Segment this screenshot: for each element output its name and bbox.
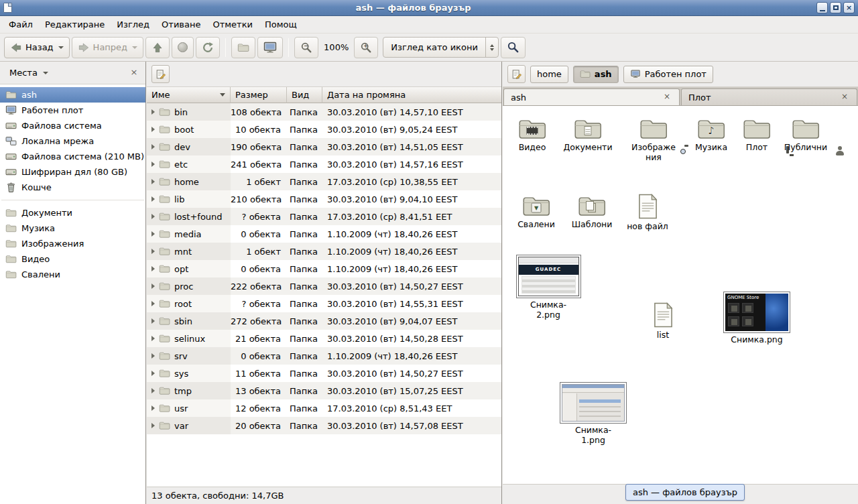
back-button[interactable]: Назад [4, 37, 70, 58]
expander-icon[interactable] [151, 353, 155, 359]
sidebar-item-video[interactable]: Видео [0, 251, 145, 267]
table-row[interactable]: opt0 обектаПапка1.10.2009 (чт) 18,40,26 … [147, 260, 501, 277]
expander-icon[interactable] [151, 231, 155, 237]
zoom-out-button[interactable]: − [294, 37, 318, 58]
column-header-name[interactable]: Име [147, 87, 231, 103]
menu-file[interactable]: Файл [3, 16, 39, 34]
table-row[interactable]: srv0 обектаПапка1.10.2009 (чт) 18,40,26 … [147, 347, 501, 365]
sidebar-item-encrypted-80gb[interactable]: Шифриран дял (80 GB) [0, 164, 145, 180]
sidebar-item-downloads[interactable]: Свалени [0, 267, 145, 282]
table-row[interactable]: bin108 обектаПапка30.03.2010 (вт) 14,57,… [147, 103, 501, 121]
expander-icon[interactable] [151, 371, 155, 376]
column-header-size[interactable]: Размер [231, 87, 287, 103]
expander-icon[interactable] [151, 196, 155, 202]
icon-item-new-file[interactable]: нов файл [619, 193, 676, 232]
icon-item-documents[interactable]: Документи [559, 117, 617, 153]
menu-bookmarks[interactable]: Отметки [206, 16, 258, 34]
expander-icon[interactable] [151, 284, 155, 289]
expander-icon[interactable] [151, 405, 155, 411]
table-row[interactable]: usr12 обектаПапка17.03.2010 (ср) 8,51,43… [147, 399, 501, 417]
computer-button[interactable] [257, 37, 283, 58]
expander-icon[interactable] [151, 388, 155, 393]
window-titlebar[interactable]: ash — файлов браузър × [0, 0, 858, 16]
expander-icon[interactable] [151, 318, 155, 324]
icon-item-snimka1[interactable]: Снимка-1.png [560, 382, 627, 446]
close-button[interactable]: × [843, 2, 855, 13]
sidebar-close-button[interactable]: × [128, 67, 140, 79]
expander-icon[interactable] [151, 301, 155, 306]
sidebar-item-documents[interactable]: Документи [0, 205, 145, 220]
icon-item-downloads[interactable]: ▼ Свалени [507, 194, 565, 230]
table-row[interactable]: mnt1 обектПапка1.10.2009 (чт) 18,40,26 E… [147, 243, 501, 260]
icon-item-templates[interactable]: Шаблони [563, 194, 621, 230]
expander-icon[interactable] [151, 179, 155, 184]
sidebar-item-filesystem[interactable]: Файлова система [0, 118, 145, 133]
tab-ash[interactable]: ash × [503, 88, 680, 105]
sidebar-item-trash[interactable]: Кошче [0, 180, 145, 195]
zoom-in-button[interactable]: + [354, 37, 378, 58]
table-row[interactable]: lost+found? обектаПапка17.03.2010 (ср) 8… [147, 208, 501, 225]
expander-icon[interactable] [151, 144, 155, 149]
table-row[interactable]: proc222 обектаПапка30.03.2010 (вт) 14,50… [147, 277, 501, 295]
icon-item-pictures[interactable]: Изображения [625, 117, 682, 163]
table-row[interactable]: selinux21 обектаПапка30.03.2010 (вт) 14,… [147, 330, 501, 347]
expander-icon[interactable] [151, 266, 155, 271]
expander-icon[interactable] [151, 336, 155, 341]
icon-item-public[interactable]: Публични [777, 117, 835, 153]
taskbar-window-button[interactable]: ash — файлов браузър [625, 484, 745, 501]
expander-icon[interactable] [151, 162, 155, 167]
tab-close-icon[interactable]: × [839, 92, 850, 103]
table-row[interactable]: media0 обектаПапка1.10.2009 (чт) 18,40,2… [147, 225, 501, 243]
icon-item-snimka2[interactable]: GUADEC Снимка-2.png [515, 255, 582, 320]
stop-button[interactable] [172, 37, 194, 58]
maximize-button[interactable] [830, 2, 841, 13]
sidebar-item-music[interactable]: Музика [0, 220, 145, 236]
menu-edit[interactable]: Редактиране [39, 16, 111, 34]
icon-item-list[interactable]: list [634, 302, 692, 340]
column-header-type[interactable]: Вид [287, 87, 322, 103]
breadcrumb-ash[interactable]: ash [573, 66, 619, 83]
expander-icon[interactable] [151, 214, 155, 219]
places-selector[interactable]: Места [5, 66, 52, 80]
column-header-modified[interactable]: Дата на промяна [322, 87, 501, 103]
table-row[interactable]: dev190 обектаПапка30.03.2010 (вт) 14,51,… [147, 138, 501, 155]
expander-icon[interactable] [151, 127, 155, 132]
edit-location-button[interactable] [507, 65, 526, 83]
folder-icon [159, 177, 170, 186]
sidebar-item-filesystem-210mb[interactable]: Файлова система (210 MB) [0, 149, 145, 164]
icon-view[interactable]: Видео Документи Изображения [503, 106, 858, 484]
table-row[interactable]: var20 обектаПапка30.03.2010 (вт) 14,57,0… [147, 417, 501, 434]
expander-icon[interactable] [151, 109, 155, 115]
sidebar-item-ash[interactable]: ash [0, 87, 145, 103]
table-row[interactable]: etc241 обектаПапка30.03.2010 (вт) 14,57,… [147, 155, 501, 173]
view-mode-select[interactable]: Изглед като икони [383, 37, 499, 58]
tab-close-icon[interactable]: × [662, 92, 672, 103]
breadcrumb-home[interactable]: home [530, 66, 568, 83]
expander-icon[interactable] [151, 423, 155, 428]
table-row[interactable]: root? обектаПапка30.03.2010 (вт) 14,55,3… [147, 295, 501, 312]
minimize-button[interactable] [816, 2, 828, 13]
up-button[interactable] [145, 37, 170, 58]
reload-button[interactable] [196, 37, 220, 58]
sidebar-item-local-network[interactable]: Локална мрежа [0, 133, 145, 149]
home-button[interactable] [231, 37, 255, 58]
menu-view[interactable]: Изглед [111, 16, 156, 34]
table-row[interactable]: sys11 обектаПапка30.03.2010 (вт) 14,50,2… [147, 365, 501, 382]
edit-location-button[interactable] [151, 65, 170, 83]
table-row[interactable]: boot10 обектаПапка30.03.2010 (вт) 9,05,2… [147, 121, 501, 138]
menu-help[interactable]: Помощ [259, 16, 303, 34]
forward-button[interactable]: Напред [72, 37, 143, 58]
search-button[interactable] [501, 37, 526, 58]
table-row[interactable]: sbin272 обектаПапка30.03.2010 (вт) 9,04,… [147, 312, 501, 330]
menu-go[interactable]: Отиване [156, 16, 206, 34]
table-row[interactable]: lib210 обектаПапка30.03.2010 (вт) 9,04,1… [147, 190, 501, 208]
icon-item-snimka[interactable]: GNOME Store Снимка.png [723, 292, 790, 345]
tab-plot[interactable]: Плот × [681, 88, 857, 105]
table-row[interactable]: home1 обектПапка17.03.2010 (ср) 10,38,55… [147, 173, 501, 190]
icon-item-video[interactable]: Видео [503, 117, 561, 153]
sidebar-item-pictures[interactable]: Изображения [0, 236, 145, 251]
breadcrumb-desktop[interactable]: Работен плот [623, 66, 713, 83]
table-row[interactable]: tmp13 обектаПапка30.03.2010 (вт) 15,07,2… [147, 382, 501, 399]
expander-icon[interactable] [151, 249, 155, 254]
sidebar-item-desktop[interactable]: Работен плот [0, 103, 145, 118]
